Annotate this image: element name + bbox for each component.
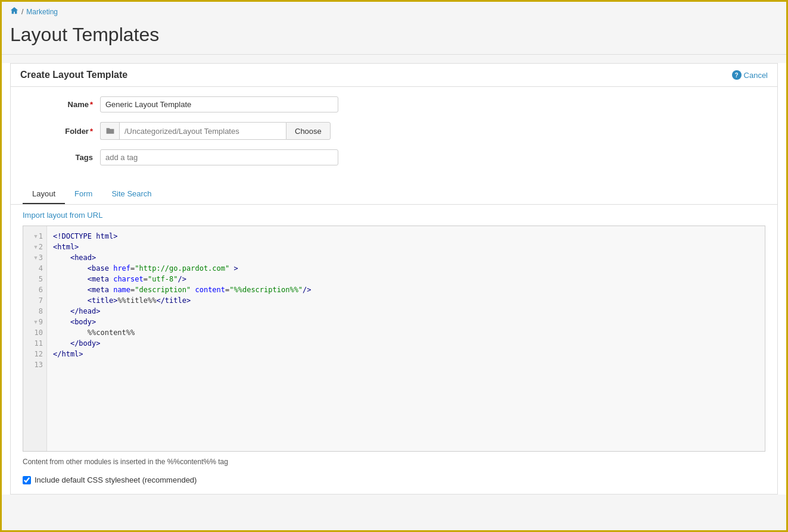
name-label: Name*	[23, 100, 100, 109]
required-star: *	[90, 100, 93, 109]
page-title: Layout Templates	[2, 21, 786, 55]
layout-section: Import layout from URL ▼1 ▼2 ▼3 4 5 6 7 …	[11, 205, 777, 452]
code-editor[interactable]: ▼1 ▼2 ▼3 4 5 6 7 8 ▼9 10 11 12 13 <!DOCT…	[23, 226, 765, 452]
folder-input-group: Choose	[100, 122, 331, 140]
tab-layout[interactable]: Layout	[23, 184, 65, 204]
tab-site-search[interactable]: Site Search	[102, 184, 161, 204]
breadcrumb-section[interactable]: Marketing	[26, 8, 58, 16]
breadcrumb-separator: /	[21, 8, 23, 16]
name-input[interactable]	[100, 96, 338, 112]
form-panel-header: Create Layout Template ? Cancel	[11, 64, 777, 87]
folder-label: Folder*	[23, 127, 100, 136]
tags-label: Tags	[23, 153, 100, 162]
home-link[interactable]	[10, 7, 18, 17]
folder-row: Folder* Choose	[23, 122, 765, 140]
cancel-label: Cancel	[744, 71, 768, 80]
choose-button[interactable]: Choose	[286, 122, 331, 140]
folder-required-star: *	[90, 127, 93, 136]
cancel-link[interactable]: ? Cancel	[732, 70, 768, 80]
line-numbers: ▼1 ▼2 ▼3 4 5 6 7 8 ▼9 10 11 12 13	[23, 226, 47, 451]
default-css-label: Include default CSS stylesheet (recommen…	[35, 475, 197, 484]
code-content[interactable]: <!DOCTYPE html> <html> <head> <base href…	[47, 226, 765, 451]
footer-note: Content from other modules is inserted i…	[11, 452, 777, 472]
folder-path-input[interactable]	[119, 122, 286, 140]
help-icon: ?	[732, 70, 742, 80]
folder-icon	[100, 122, 119, 140]
tab-form[interactable]: Form	[65, 184, 102, 204]
tabs-bar: Layout Form Site Search	[11, 184, 777, 205]
form-panel: Create Layout Template ? Cancel Name* Fo…	[10, 63, 778, 495]
default-css-checkbox[interactable]	[23, 476, 31, 484]
checkbox-row: Include default CSS stylesheet (recommen…	[11, 472, 777, 494]
import-layout-link[interactable]: Import layout from URL	[23, 211, 102, 220]
main-content: Create Layout Template ? Cancel Name* Fo…	[2, 63, 786, 495]
tags-row: Tags	[23, 149, 765, 165]
form-fields: Name* Folder* Choose Tags	[11, 87, 777, 184]
breadcrumb: / Marketing	[2, 2, 786, 21]
name-row: Name*	[23, 96, 765, 112]
form-panel-title: Create Layout Template	[20, 70, 127, 80]
tags-input[interactable]	[100, 149, 338, 165]
